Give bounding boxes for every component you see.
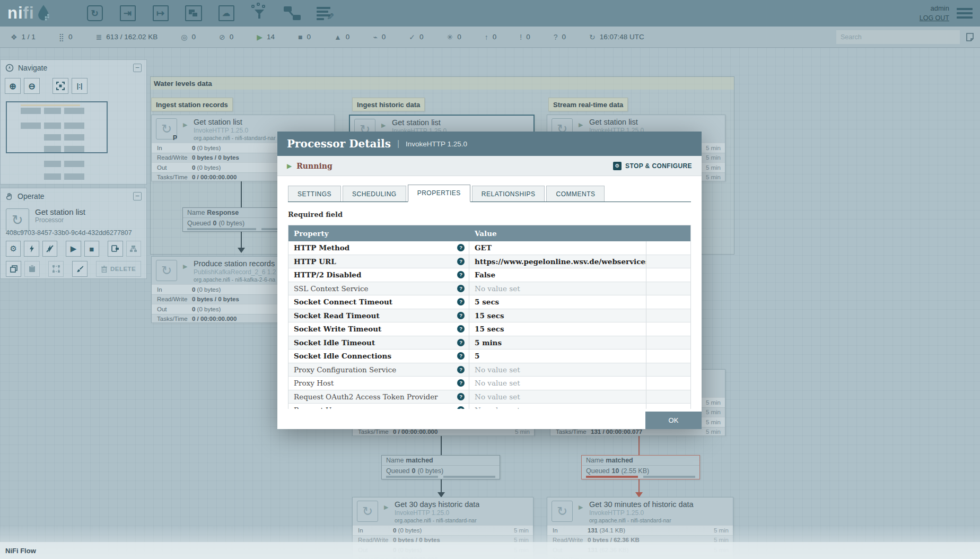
property-row[interactable]: SSL Context Service?No value set (288, 282, 690, 296)
property-row[interactable]: Socket Write Timeout?15 secs (288, 322, 690, 336)
property-row[interactable]: Proxy Host?No value set (288, 377, 690, 390)
birdseye-minimap[interactable] (5, 100, 142, 180)
zoom-out-button[interactable]: ⊖ (24, 78, 40, 94)
zoom-actual-size-button[interactable]: |:| (72, 78, 88, 94)
tab-relationships[interactable]: RELATIONSHIPS (472, 186, 545, 202)
bulletin-board-icon[interactable] (964, 31, 976, 43)
stop-button[interactable]: ■ (84, 241, 99, 257)
remote-process-group-icon[interactable]: ☁ (217, 4, 236, 23)
help-icon[interactable]: ? (457, 298, 465, 305)
running-status-icon: ▶ (384, 504, 388, 511)
property-row[interactable]: Proxy Configuration Service?No value set (288, 363, 690, 377)
copy-button[interactable] (6, 261, 21, 277)
canvas-label-stream-real-time-data[interactable]: Stream real-time data (548, 98, 628, 111)
label-icon[interactable]: ✎ (316, 4, 335, 23)
help-icon[interactable]: ? (457, 258, 465, 265)
property-value[interactable]: 5 (469, 350, 646, 363)
property-row[interactable]: Request OAuth2 Access Token Provider?No … (288, 390, 690, 404)
property-row[interactable]: Socket Read Timeout?15 secs (288, 309, 690, 323)
collapse-navigate-button[interactable]: – (133, 64, 142, 72)
ok-button[interactable]: OK (645, 412, 702, 429)
property-row[interactable]: Socket Connect Timeout?5 secs (288, 295, 690, 309)
change-version-button[interactable] (126, 241, 141, 257)
property-value[interactable]: 15 secs (469, 322, 646, 336)
fill-color-button[interactable] (72, 261, 88, 277)
input-port-icon[interactable]: ⇥ (118, 4, 137, 23)
property-name: Proxy Host (294, 379, 334, 387)
property-value[interactable]: False (469, 268, 646, 282)
paste-button[interactable] (24, 261, 40, 277)
property-row[interactable]: HTTP URL?https://www.pegelonline.wsv.de/… (288, 255, 690, 269)
zoom-in-button[interactable]: ⊕ (5, 78, 21, 94)
delete-button[interactable]: DELETE (96, 261, 141, 277)
start-button[interactable]: ▶ (66, 241, 81, 257)
processor-type-icon: ↻ (357, 501, 378, 522)
stale-icon: ↑ (485, 33, 488, 41)
property-row[interactable]: HTTP/2 Disabled?False (288, 268, 690, 282)
configure-button[interactable]: ⚙ (6, 241, 21, 257)
logout-link[interactable]: LOG OUT (920, 13, 949, 23)
help-icon[interactable]: ? (457, 312, 465, 319)
property-row[interactable]: HTTP Method?GET (288, 241, 690, 255)
property-value[interactable]: No value set (469, 363, 646, 377)
disabled-icon: ⌁ (373, 33, 377, 41)
property-row[interactable]: Socket Idle Connections?5 (288, 350, 690, 363)
property-value[interactable]: GET (469, 241, 646, 255)
connection-label-matched-2[interactable]: Namematched Queued10(2.55 KB) (581, 455, 700, 479)
tab-settings[interactable]: SETTINGS (288, 186, 341, 202)
global-menu-icon[interactable] (957, 6, 973, 21)
selected-component-icon: ↻ (6, 208, 29, 232)
current-user: admin (920, 3, 949, 14)
help-icon[interactable]: ? (457, 325, 465, 333)
collapse-operate-button[interactable]: – (133, 192, 142, 200)
property-value[interactable]: No value set (469, 282, 646, 295)
help-icon[interactable]: ? (457, 285, 465, 292)
stopped-count: 0 (307, 33, 311, 41)
canvas-label-ingest-historic-data[interactable]: Ingest historic data (352, 98, 425, 111)
help-icon[interactable]: ? (457, 393, 465, 400)
disable-button[interactable] (42, 241, 57, 257)
help-icon[interactable]: ? (457, 352, 465, 360)
enable-button[interactable] (24, 241, 39, 257)
funnel-icon[interactable] (250, 4, 269, 23)
refresh-icon[interactable]: ↻ (589, 33, 596, 41)
selected-component-type: Processor (35, 216, 141, 224)
property-name: HTTP URL (294, 257, 336, 266)
dialog-title: Processor Details (287, 137, 391, 150)
property-value[interactable]: No value set (469, 377, 646, 390)
property-value[interactable]: No value set (469, 390, 646, 404)
help-icon[interactable]: ? (457, 244, 465, 251)
output-port-icon[interactable]: ↦ (151, 4, 170, 23)
help-icon[interactable]: ? (457, 406, 465, 409)
tab-scheduling[interactable]: SCHEDULING (343, 186, 406, 202)
zoom-fit-button[interactable] (52, 78, 68, 94)
canvas-label-ingest-station-records[interactable]: Ingest station records (151, 98, 233, 111)
help-icon[interactable]: ? (457, 271, 465, 278)
stop-and-configure-button[interactable]: ⚙ STOP & CONFIGURE (613, 162, 692, 170)
connection-label-matched-1[interactable]: Namematched Queued0(0 bytes) (381, 455, 500, 479)
processor-name: Get station list (194, 117, 276, 127)
save-flow-version-button[interactable] (108, 241, 122, 257)
property-row[interactable]: Request Username?No value set (288, 404, 690, 409)
property-value[interactable]: 5 mins (469, 336, 646, 350)
property-value[interactable]: 5 secs (469, 295, 646, 309)
tab-comments[interactable]: COMMENTS (546, 186, 605, 202)
property-value[interactable]: No value set (469, 404, 646, 409)
navigate-title: Navigate (18, 64, 129, 72)
property-value[interactable]: https://www.pegelonline.wsv.de/webservic… (469, 255, 646, 268)
search-input[interactable] (836, 30, 960, 44)
breadcrumb-nifi-flow[interactable]: NiFi Flow (5, 547, 36, 555)
connection-arrowhead (238, 248, 245, 253)
help-icon[interactable]: ? (457, 379, 465, 387)
processor-bundle: org.apache.nifi - nifi-standard-nar (194, 135, 276, 142)
processor-icon[interactable]: ↻ (85, 4, 104, 23)
group-button[interactable] (48, 261, 64, 277)
processor-type: InvokeHTTP 1.25.0 (589, 509, 694, 517)
property-value[interactable]: 15 secs (469, 309, 646, 322)
property-row[interactable]: Socket Idle Timeout?5 mins (288, 336, 690, 350)
process-group-icon[interactable] (184, 4, 203, 23)
tab-properties[interactable]: PROPERTIES (408, 185, 470, 202)
help-icon[interactable]: ? (457, 339, 465, 346)
help-icon[interactable]: ? (457, 366, 465, 373)
template-icon[interactable] (283, 4, 302, 23)
